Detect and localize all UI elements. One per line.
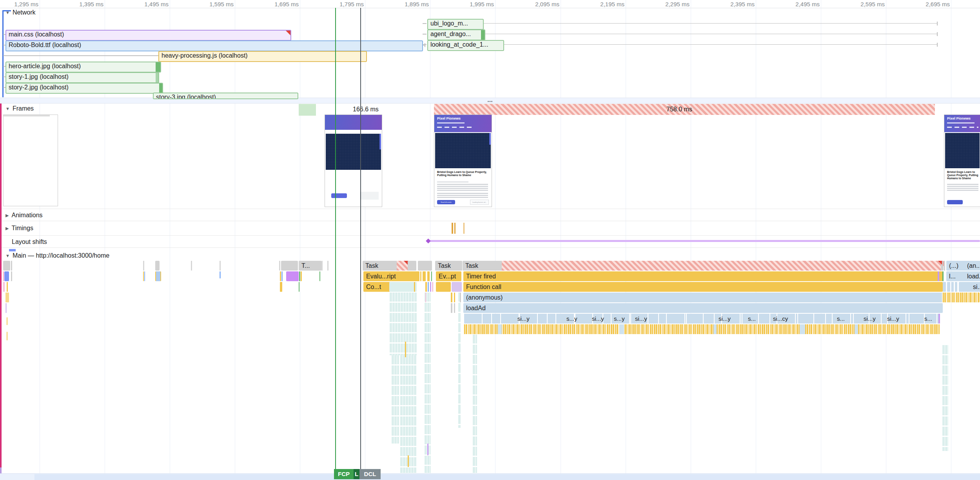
- activity-tick[interactable]: [3, 282, 5, 292]
- activity-bar[interactable]: [4, 271, 9, 281]
- gc-tick[interactable]: [319, 271, 320, 281]
- activity-tick[interactable]: [280, 282, 282, 292]
- activity-tick[interactable]: [327, 261, 328, 271]
- gc-tick[interactable]: [299, 282, 299, 292]
- sub-call-label[interactable]: si...y: [592, 314, 604, 324]
- activity-bar[interactable]: [155, 271, 161, 281]
- sub-call-label[interactable]: si...y: [887, 314, 899, 324]
- load-frame-bar[interactable]: l...: [946, 271, 965, 281]
- activity-tick[interactable]: [3, 271, 4, 281]
- si-frame-bar[interactable]: si...: [959, 282, 980, 292]
- activity-tick[interactable]: [430, 282, 431, 292]
- timing-mark[interactable]: [454, 223, 456, 234]
- collapsed-frame-bar[interactable]: (...): [946, 261, 965, 271]
- task-bar[interactable]: Task: [435, 261, 462, 271]
- activity-tick[interactable]: [947, 282, 950, 292]
- rasterizer-tick[interactable]: [9, 249, 16, 251]
- rendering-bar[interactable]: [286, 271, 299, 281]
- fcp-badge[interactable]: FCP: [334, 469, 354, 479]
- activity-tick[interactable]: [144, 271, 145, 281]
- activity-tick[interactable]: [451, 303, 452, 313]
- activity-tick[interactable]: [11, 271, 12, 281]
- frame-screenshot-1[interactable]: [325, 115, 382, 207]
- activity-tick[interactable]: [938, 282, 939, 292]
- script-bar[interactable]: [436, 282, 451, 292]
- activity-tick[interactable]: [451, 293, 452, 302]
- evaluate-script-bar[interactable]: Evalu...ript: [363, 271, 419, 281]
- activity-column[interactable]: [389, 293, 417, 355]
- activity-tick[interactable]: [955, 282, 957, 292]
- layout-shift-line[interactable]: [430, 240, 980, 242]
- activity-tick[interactable]: [427, 444, 428, 455]
- frame-screenshot-3[interactable]: Pixel Pionews Bristol Dogs Learn to Queu…: [944, 115, 980, 207]
- frame-screenshot-2[interactable]: Pixel Pionews Bristol Dogs Learn to Queu…: [434, 115, 492, 207]
- network-request-looking-at-code[interactable]: looking_at_code_1...: [427, 40, 504, 51]
- main-track-header[interactable]: ▼Main — http://localhost:3000/home: [5, 252, 109, 259]
- anonymous-bar-2[interactable]: (an...: [964, 261, 980, 271]
- activity-tick[interactable]: [7, 317, 7, 325]
- partial-frame-block[interactable]: [299, 104, 316, 116]
- activity-tick[interactable]: [943, 282, 946, 292]
- activity-tick[interactable]: [420, 271, 421, 281]
- activity-tick[interactable]: [7, 282, 8, 292]
- timing-mark[interactable]: [452, 223, 453, 234]
- activity-tick[interactable]: [408, 455, 409, 467]
- gc-tick[interactable]: [299, 271, 300, 281]
- sub-call-label[interactable]: si...y: [719, 314, 731, 324]
- timing-mark[interactable]: [463, 223, 465, 234]
- task-bar-long[interactable]: Task: [463, 261, 944, 271]
- sub-call-label[interactable]: si...y: [517, 314, 530, 324]
- sub-call-label[interactable]: s...: [924, 314, 932, 324]
- gc-tick[interactable]: [942, 271, 944, 281]
- sub-call-label[interactable]: s...y: [566, 314, 577, 324]
- timings-track-header[interactable]: ▶Timings: [5, 225, 33, 232]
- sub-call-label[interactable]: si...cy: [773, 314, 788, 324]
- activity-tick[interactable]: [191, 261, 192, 271]
- activity-tick[interactable]: [11, 261, 12, 271]
- activity-tick[interactable]: [405, 342, 406, 357]
- activity-tick[interactable]: [220, 271, 221, 278]
- load-ad-bar-2[interactable]: load.: [964, 271, 980, 281]
- network-request-ubi-logo[interactable]: ubi_logo_m...: [427, 19, 484, 30]
- activity-tick[interactable]: [143, 261, 144, 271]
- activity-tick[interactable]: [432, 282, 433, 292]
- micro-task-row[interactable]: [463, 324, 940, 334]
- activity-column[interactable]: [942, 345, 948, 451]
- scrollbar-thumb[interactable]: [34, 474, 980, 480]
- gc-tick[interactable]: [431, 271, 432, 281]
- sub-call-label[interactable]: si...y: [864, 314, 876, 324]
- network-request-story3-jpg[interactable]: story-3.jpg (localhost): [153, 93, 298, 99]
- activity-tick[interactable]: [423, 271, 426, 281]
- activity-tick[interactable]: [940, 271, 942, 281]
- activity-tick[interactable]: [425, 293, 426, 302]
- sub-call-label[interactable]: s...: [837, 314, 845, 324]
- evaluate-script-bar[interactable]: Ev...pt: [436, 271, 461, 281]
- task-bar[interactable]: [3, 261, 10, 271]
- task-bar[interactable]: T...: [299, 261, 321, 271]
- activity-tick[interactable]: [301, 271, 302, 281]
- animations-track-header[interactable]: ▶Animations: [5, 212, 43, 219]
- network-request-hero-jpg[interactable]: hero-article.jpg (localhost): [5, 62, 161, 73]
- sub-call-label[interactable]: s...: [748, 314, 756, 324]
- activity-tick[interactable]: [418, 271, 419, 281]
- network-track-header[interactable]: ▼Network: [5, 9, 36, 16]
- activity-tick[interactable]: [938, 271, 939, 281]
- activity-tick[interactable]: [951, 282, 954, 292]
- activity-tick[interactable]: [454, 303, 455, 313]
- frame-screenshot-empty[interactable]: [3, 115, 58, 206]
- sub-call-label[interactable]: s...y: [614, 314, 625, 324]
- activity-tick[interactable]: [454, 293, 455, 302]
- activity-tick[interactable]: [321, 261, 323, 271]
- activity-tick[interactable]: [280, 271, 281, 281]
- activity-tick[interactable]: [414, 282, 415, 292]
- activity-tick[interactable]: [279, 261, 280, 271]
- task-bar[interactable]: Task: [363, 261, 409, 271]
- activity-tick[interactable]: [938, 314, 940, 324]
- compile-script-bar[interactable]: Co...t: [363, 282, 391, 292]
- activity-tick[interactable]: [942, 261, 943, 271]
- task-bar[interactable]: [408, 261, 416, 271]
- activity-tick[interactable]: [143, 271, 144, 281]
- parse-bar[interactable]: [452, 282, 462, 292]
- anonymous-bar[interactable]: (anonymous): [463, 293, 943, 302]
- sub-call-label[interactable]: si...y: [635, 314, 647, 324]
